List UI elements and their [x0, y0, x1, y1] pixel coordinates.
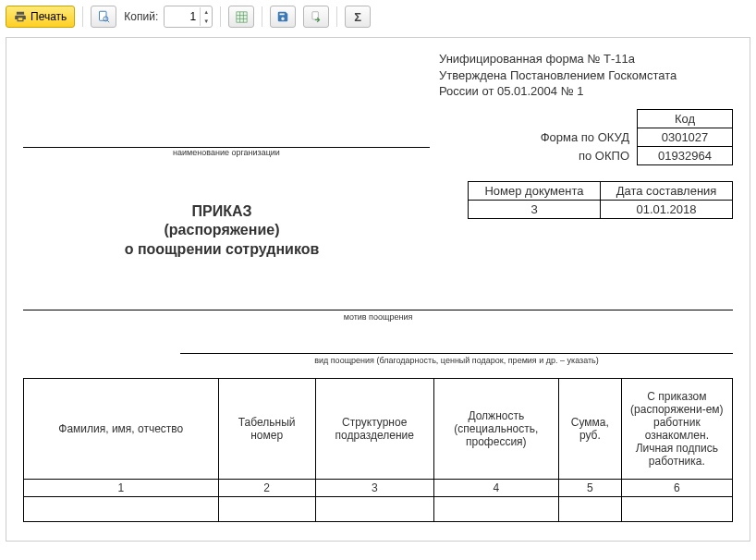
col-number: 4 — [433, 480, 558, 497]
title-line: (распоряжение) — [23, 221, 421, 240]
doc-date-header: Дата составления — [601, 181, 733, 200]
copies-group: Копий: ▲ ▼ — [124, 6, 213, 28]
spinner-down[interactable]: ▼ — [201, 17, 212, 26]
floppy-icon — [276, 10, 289, 23]
send-file-button[interactable] — [303, 6, 329, 28]
okud-value: 0301027 — [638, 128, 733, 146]
col-number: 3 — [315, 480, 433, 497]
title-line: ПРИКАЗ — [23, 202, 421, 222]
col-header: Табельный номер — [218, 379, 315, 480]
table-template-button[interactable] — [228, 6, 254, 28]
employees-table: Фамилия, имя, отчество Табельный номер С… — [23, 378, 733, 522]
motive-note: мотив поощрения — [23, 312, 733, 322]
col-header: Должность (специальность, профессия) — [433, 379, 558, 480]
print-button[interactable]: Печать — [6, 6, 75, 28]
okud-label: Форма по ОКУД — [535, 128, 638, 146]
doc-num-header: Номер документа — [469, 181, 601, 200]
preview-button[interactable] — [91, 6, 116, 28]
separator — [336, 6, 337, 27]
table-row — [24, 497, 733, 522]
type-note: вид поощрения (благодарность, ценный под… — [180, 356, 733, 365]
sigma-icon: Σ — [354, 10, 361, 24]
copies-label: Копий: — [124, 10, 158, 23]
save-button[interactable] — [270, 6, 296, 28]
org-name-note: наименование организации — [23, 148, 430, 157]
spinner-arrows: ▲ ▼ — [200, 7, 212, 26]
form-header-line: Утверждена Постановлением Госкомстата — [439, 67, 733, 84]
doc-date-value: 01.01.2018 — [601, 200, 733, 218]
file-arrow-icon — [310, 10, 323, 23]
col-header: Структурное подразделение — [315, 379, 433, 480]
form-header: Унифицированная форма № Т-11а Утверждена… — [439, 51, 733, 100]
printer-icon — [14, 10, 27, 23]
form-header-line: России от 05.01.2004 № 1 — [439, 83, 733, 100]
type-line — [180, 340, 733, 354]
copies-input[interactable] — [165, 7, 200, 26]
title-line: о поощрении сотрудников — [23, 240, 421, 260]
copies-spinner[interactable]: ▲ ▼ — [164, 6, 213, 28]
spinner-up[interactable]: ▲ — [201, 7, 212, 17]
separator — [262, 6, 262, 27]
col-header: Фамилия, имя, отчество — [24, 379, 219, 480]
doc-num-value: 3 — [469, 200, 601, 218]
document-area: Унифицированная форма № Т-11а Утверждена… — [6, 37, 750, 542]
separator — [220, 6, 221, 27]
col-header: Сумма, руб. — [558, 379, 621, 480]
svg-rect-0 — [99, 11, 106, 20]
col-number: 2 — [218, 480, 315, 497]
svg-rect-3 — [237, 11, 247, 21]
kod-header: Код — [638, 109, 733, 128]
col-number: 6 — [621, 480, 732, 497]
okpo-value: 01932964 — [638, 146, 733, 164]
motive-line — [23, 297, 733, 310]
org-name-line — [23, 134, 430, 148]
magnifier-page-icon — [97, 10, 111, 24]
col-header: С приказом (распоряжени-ем) работник озн… — [621, 379, 732, 480]
doc-title: ПРИКАЗ (распоряжение) о поощрении сотруд… — [23, 202, 421, 260]
print-label: Печать — [30, 10, 67, 23]
toolbar: Печать Копий: ▲ ▼ Σ — [6, 4, 750, 33]
col-number: 5 — [558, 480, 621, 497]
form-header-line: Унифицированная форма № Т-11а — [439, 51, 733, 67]
col-number: 1 — [24, 480, 219, 497]
svg-line-2 — [107, 20, 109, 22]
okpo-label: по ОКПО — [535, 146, 638, 164]
table-icon — [235, 10, 249, 24]
separator — [82, 6, 83, 27]
sum-button[interactable]: Σ — [345, 6, 371, 28]
